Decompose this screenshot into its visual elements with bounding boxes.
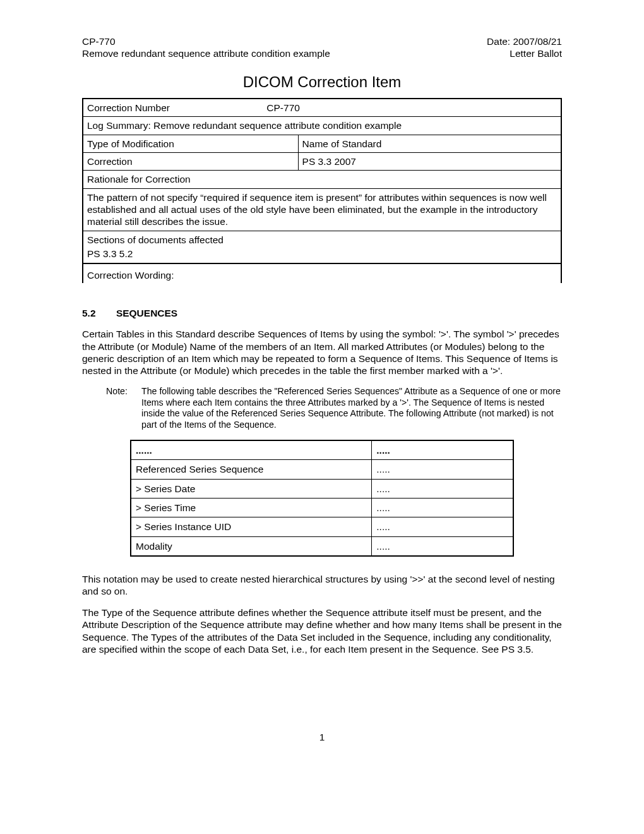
para-3: The Type of the Sequence attribute defin… [82,607,562,656]
note-text: The following table describes the "Refer… [141,386,562,431]
note-block: Note: The following table describes the … [106,386,562,431]
correction-number-row: Correction Number CP-770 [83,99,561,117]
section-title: SEQUENCES [116,308,177,318]
sections-affected-cell: Sections of documents affected PS 3.3 5.… [83,231,561,263]
correction-number-label: Correction Number [87,102,264,114]
sequence-example-table: ...... ..... Referenced Series Sequence … [130,440,514,557]
page: CP-770 Date: 2007/08/21 Remove redundant… [0,0,644,834]
table-cell: ..... [372,517,513,536]
table-cell: > Series Time [131,498,372,517]
name-of-standard-value: PS 3.3 2007 [298,152,561,170]
table-row: > Series Time ..... [131,498,513,517]
correction-wording-row: Correction Wording: [82,264,562,283]
header-line-1: CP-770 Date: 2007/08/21 [82,35,562,47]
sections-affected-value: PS 3.3 5.2 [87,248,557,260]
table-row: Referenced Series Sequence ..... [131,460,513,479]
table-cell: > Series Instance UID [131,517,372,536]
table-cell: ..... [372,536,513,556]
correction-number-value: CP-770 [266,102,300,113]
page-number: 1 [82,731,562,743]
header-right-1: Date: 2007/08/21 [487,35,562,47]
table-row: Modality ..... [131,536,513,556]
table-cell: ..... [372,498,513,517]
table-cell: Modality [131,536,372,556]
table-cell: ..... [372,479,513,498]
section-heading: 5.2 SEQUENCES [82,307,562,319]
section-number: 5.2 [82,308,96,318]
rationale-text: The pattern of not specify “required if … [83,188,561,231]
header-left-2: Remove redundant sequence attribute cond… [82,47,330,59]
header-line-2: Remove redundant sequence attribute cond… [82,47,562,59]
table-cell: ...... [131,440,372,460]
note-label: Note: [106,386,141,431]
type-of-mod-label: Type of Modification [83,135,298,152]
doc-title: DICOM Correction Item [82,73,562,92]
table-cell: Referenced Series Sequence [131,460,372,479]
table-cell: ..... [372,440,513,460]
log-summary-row: Log Summary: Remove redundant sequence a… [83,117,561,135]
para-1: Certain Tables in this Standard describe… [82,328,562,377]
header-right-2: Letter Ballot [510,47,562,59]
name-of-standard-label: Name of Standard [298,135,561,152]
sections-affected-label: Sections of documents affected [87,234,557,246]
type-of-mod-value: Correction [83,152,298,170]
para-2: This notation may be used to create nest… [82,573,562,598]
header-left-1: CP-770 [82,35,116,47]
table-row: > Series Date ..... [131,479,513,498]
table-row: ...... ..... [131,440,513,460]
table-row: > Series Instance UID ..... [131,517,513,536]
info-table: Correction Number CP-770 Log Summary: Re… [82,98,562,264]
table-cell: > Series Date [131,479,372,498]
rationale-label: Rationale for Correction [83,171,561,188]
table-cell: ..... [372,460,513,479]
